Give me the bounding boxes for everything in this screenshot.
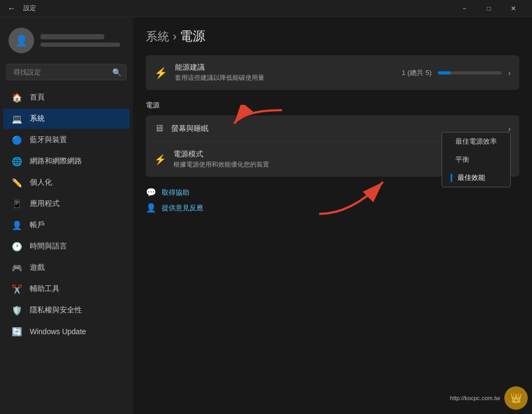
feedback-link[interactable]: 👤 提供意見反應 (146, 203, 519, 213)
nav-windows-update-label: Windows Update (30, 327, 86, 336)
nav-apps[interactable]: 📱 應用程式 (3, 194, 130, 214)
progress-bar (438, 71, 502, 74)
profile-name (40, 34, 104, 39)
screen-sleep-icon: 🖥 (154, 123, 164, 134)
nav-time[interactable]: 🕐 時間與語言 (3, 236, 130, 256)
title-bar-left: ← 設定 (4, 2, 36, 15)
breadcrumb-separator: › (173, 30, 180, 43)
nav-gaming-label: 遊戲 (30, 263, 45, 272)
sidebar-profile: 👤 (0, 21, 133, 62)
nav-system-label: 系統 (30, 114, 45, 123)
progress-bar-fill (438, 71, 451, 74)
nav-network-label: 網路和網際網路 (30, 156, 82, 166)
footer-links: 💬 取得協助 👤 提供意見反應 (146, 187, 519, 213)
nav-windows-update[interactable]: 🔄 Windows Update (3, 321, 130, 342)
nav-accessibility[interactable]: ✂️ 輔助工具 (3, 279, 130, 299)
recommendation-card[interactable]: ⚡ 能源建議 套用這些建議以降低能碳使用量 1 (總共 5) › (146, 55, 519, 90)
nav-accounts-label: 帳戶 (30, 220, 45, 230)
rec-icon: ⚡ (154, 67, 168, 79)
close-button[interactable]: ✕ (501, 0, 526, 17)
nav-bluetooth[interactable]: 🔵 藍牙與裝置 (3, 130, 130, 150)
content: 系統 › 電源 ⚡ 能源建議 套用這些建議以降低能碳使用量 1 (總共 5) ›… (133, 17, 532, 414)
accounts-icon: 👤 (12, 220, 22, 230)
app-container: 👤 🔍 🏠 首頁 💻 系統 🔵 藍牙與裝置 🌐 網路和網際網路 (0, 17, 532, 414)
nav-network[interactable]: 🌐 網路和網際網路 (3, 151, 130, 171)
watermark: http://kocpc.com.tw 👑 (450, 386, 528, 410)
breadcrumb-page: 電源 (180, 29, 205, 43)
nav-personalization[interactable]: ✏️ 個人化 (3, 172, 130, 193)
rec-count: 1 (總共 5) (402, 68, 431, 78)
nav-accounts[interactable]: 👤 帳戶 (3, 215, 130, 235)
power-mode-dropdown[interactable]: 最佳電源效率 平衡 最佳效能 (442, 132, 511, 187)
dropdown-best-efficiency-label: 最佳電源效率 (455, 137, 497, 146)
power-mode-icon: ⚡ (154, 154, 166, 165)
settings-card: 🖥 螢幕與睡眠 › ⚡ 電源模式 根據電源使用和效能優化您的裝置 最佳電源效率 (146, 115, 519, 177)
rec-content: 能源建議 套用這些建議以降低能碳使用量 (175, 63, 394, 82)
nav-gaming[interactable]: 🎮 遊戲 (3, 258, 130, 278)
time-icon: 🕐 (12, 241, 22, 252)
nav-apps-label: 應用程式 (30, 199, 60, 209)
dropdown-balanced-label: 平衡 (455, 155, 469, 164)
dropdown-best-performance[interactable]: 最佳效能 (442, 169, 510, 187)
bluetooth-icon: 🔵 (12, 135, 22, 145)
profile-info (40, 34, 124, 47)
rec-right: 1 (總共 5) › (402, 68, 511, 78)
breadcrumb-system: 系統 (146, 30, 169, 43)
feedback-label: 提供意見反應 (162, 203, 203, 213)
privacy-icon: 🛡️ (12, 305, 22, 316)
profile-email (40, 43, 120, 47)
system-icon: 💻 (12, 113, 22, 124)
avatar: 👤 (9, 28, 34, 53)
dropdown-balanced[interactable]: 平衡 (442, 151, 510, 169)
chevron-right-icon: › (508, 69, 511, 77)
title-bar-controls: − □ ✕ (452, 0, 526, 17)
dropdown-best-efficiency[interactable]: 最佳電源效率 (442, 133, 510, 151)
app-title: 設定 (23, 4, 36, 13)
personalization-icon: ✏️ (12, 177, 22, 188)
gaming-icon: 🎮 (12, 262, 22, 273)
search-input[interactable] (6, 64, 127, 80)
nav-home[interactable]: 🏠 首頁 (3, 87, 130, 107)
network-icon: 🌐 (12, 156, 22, 167)
watermark-url: http://kocpc.com.tw (450, 395, 500, 401)
watermark-logo: 👑 (504, 386, 528, 410)
home-icon: 🏠 (12, 92, 22, 103)
nav-bluetooth-label: 藍牙與裝置 (30, 135, 67, 145)
nav-accessibility-label: 輔助工具 (30, 284, 60, 294)
maximize-button[interactable]: □ (477, 0, 501, 17)
rec-sub: 套用這些建議以降低能碳使用量 (175, 73, 394, 82)
nav-privacy-label: 隱私權與安全性 (30, 305, 82, 315)
search-box: 🔍 (6, 64, 127, 80)
nav-system[interactable]: 💻 系統 (3, 109, 130, 129)
search-icon: 🔍 (112, 68, 121, 77)
section-title: 電源 (146, 101, 519, 110)
dropdown-best-performance-label: 最佳效能 (458, 173, 485, 183)
selected-indicator (451, 173, 452, 182)
sidebar: 👤 🔍 🏠 首頁 💻 系統 🔵 藍牙與裝置 🌐 網路和網際網路 (0, 17, 133, 414)
page-title: 系統 › 電源 (146, 28, 519, 45)
back-button[interactable]: ← (4, 2, 19, 15)
apps-icon: 📱 (12, 198, 22, 209)
nav-personalization-label: 個人化 (30, 178, 52, 187)
windows-update-icon: 🔄 (12, 326, 22, 337)
power-mode-row[interactable]: ⚡ 電源模式 根據電源使用和效能優化您的裝置 最佳電源效率 平衡 (146, 142, 519, 177)
get-help-icon: 💬 (146, 187, 156, 197)
rec-title: 能源建議 (175, 63, 394, 72)
nav-privacy[interactable]: 🛡️ 隱私權與安全性 (3, 300, 130, 320)
minimize-button[interactable]: − (452, 0, 477, 17)
title-bar: ← 設定 − □ ✕ (0, 0, 532, 17)
get-help-label: 取得協助 (162, 188, 189, 197)
accessibility-icon: ✂️ (12, 284, 22, 294)
get-help-link[interactable]: 💬 取得協助 (146, 187, 519, 197)
nav-time-label: 時間與語言 (30, 242, 67, 251)
feedback-icon: 👤 (146, 203, 156, 213)
nav-home-label: 首頁 (30, 93, 45, 102)
